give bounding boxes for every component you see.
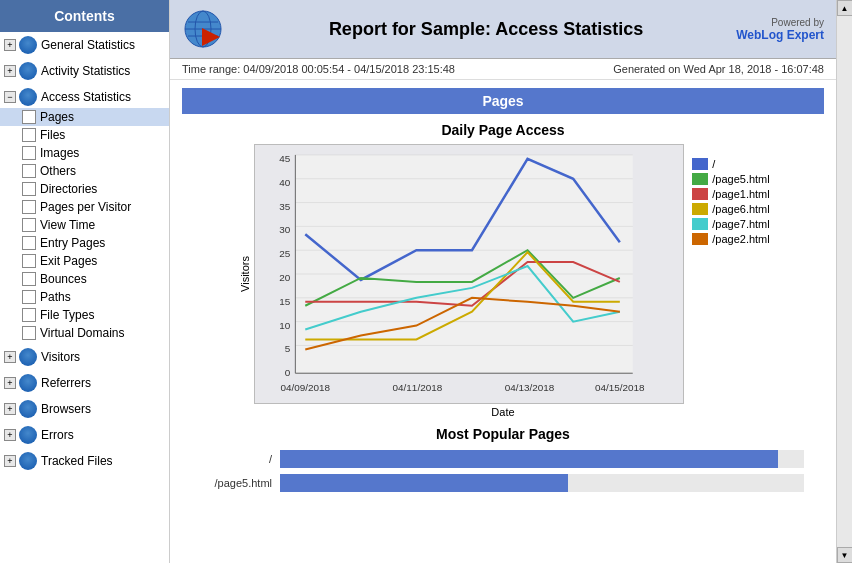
bar-fill-page5 (280, 474, 568, 492)
globe-icon-access (19, 88, 37, 106)
time-range: Time range: 04/09/2018 00:05:54 - 04/15/… (182, 63, 455, 75)
scroll-down-button[interactable]: ▼ (837, 547, 853, 563)
bar-chart-container: / /page5.html (182, 450, 824, 492)
sidebar-item-activity-statistics[interactable]: + Activity Statistics (0, 60, 169, 82)
page-icon-images (22, 146, 36, 160)
sidebar-item-others[interactable]: Others (0, 162, 169, 180)
sidebar-item-pages-per-visitor[interactable]: Pages per Visitor (0, 198, 169, 216)
svg-text:25: 25 (280, 248, 292, 259)
legend-item-page6: /page6.html (692, 203, 769, 215)
sidebar-group-errors: + Errors (0, 422, 169, 448)
sidebar-group-general: + General Statistics (0, 32, 169, 58)
sidebar-item-images[interactable]: Images (0, 144, 169, 162)
sidebar-item-view-time[interactable]: View Time (0, 216, 169, 234)
svg-text:40: 40 (280, 177, 292, 188)
main-content: Report for Sample: Access Statistics Pow… (170, 0, 836, 563)
expand-icon-tracked-files[interactable]: + (4, 455, 16, 467)
sidebar-item-access-statistics[interactable]: − Access Statistics (0, 86, 169, 108)
bar-row-root: / (202, 450, 804, 468)
expand-icon-activity[interactable]: + (4, 65, 16, 77)
sidebar-group-access: − Access Statistics Pages Files Images O… (0, 84, 169, 344)
subheader: Time range: 04/09/2018 00:05:54 - 04/15/… (170, 59, 836, 80)
sidebar-item-general-statistics[interactable]: + General Statistics (0, 34, 169, 56)
line-chart-section: Daily Page Access Visitors (170, 118, 836, 422)
sidebar-group-activity: + Activity Statistics (0, 58, 169, 84)
legend-color-page5 (692, 173, 708, 185)
legend-color-root (692, 158, 708, 170)
sidebar-item-errors[interactable]: + Errors (0, 424, 169, 446)
sidebar-item-browsers[interactable]: + Browsers (0, 398, 169, 420)
legend-item-page5: /page5.html (692, 173, 769, 185)
legend-item-page2: /page2.html (692, 233, 769, 245)
sidebar-item-file-types[interactable]: File Types (0, 306, 169, 324)
chart-body: Visitors (236, 144, 769, 404)
svg-text:04/15/2018: 04/15/2018 (595, 382, 645, 393)
chart-legend: / /page5.html /page1.html (692, 144, 769, 404)
bar-label-page5: /page5.html (202, 477, 272, 489)
expand-icon-visitors[interactable]: + (4, 351, 16, 363)
expand-icon-access[interactable]: − (4, 91, 16, 103)
svg-text:04/09/2018: 04/09/2018 (281, 382, 331, 393)
globe-icon-visitors (19, 348, 37, 366)
header: Report for Sample: Access Statistics Pow… (170, 0, 836, 59)
logo-arrow-icon (200, 26, 222, 48)
sidebar-item-tracked-files[interactable]: + Tracked Files (0, 450, 169, 472)
expand-icon-errors[interactable]: + (4, 429, 16, 441)
expand-icon-browsers[interactable]: + (4, 403, 16, 415)
legend-color-page2 (692, 233, 708, 245)
line-chart-container: Visitors (182, 144, 824, 418)
svg-text:35: 35 (280, 201, 292, 212)
bar-fill-root (280, 450, 778, 468)
sidebar-group-referrers: + Referrers (0, 370, 169, 396)
scroll-up-button[interactable]: ▲ (837, 0, 853, 16)
globe-icon-activity (19, 62, 37, 80)
page-icon-directories (22, 182, 36, 196)
legend-item-page1: /page1.html (692, 188, 769, 200)
globe-icon-referrers (19, 374, 37, 392)
sidebar-header: Contents (0, 0, 169, 32)
line-chart-title: Daily Page Access (182, 122, 824, 138)
sidebar-item-referrers[interactable]: + Referrers (0, 372, 169, 394)
svg-text:04/11/2018: 04/11/2018 (393, 382, 443, 393)
line-chart-svg: 0 5 10 15 20 25 30 35 40 45 04/09/2018 (254, 144, 684, 404)
sidebar-group-browsers: + Browsers (0, 396, 169, 422)
y-axis-label: Visitors (236, 144, 254, 404)
sidebar-item-bounces[interactable]: Bounces (0, 270, 169, 288)
svg-text:15: 15 (280, 296, 292, 307)
expand-icon-referrers[interactable]: + (4, 377, 16, 389)
legend-item-page7: /page7.html (692, 218, 769, 230)
scroll-track[interactable] (837, 16, 852, 547)
svg-text:0: 0 (285, 367, 291, 378)
sidebar-item-directories[interactable]: Directories (0, 180, 169, 198)
bar-chart-section: Most Popular Pages / /page5.html (170, 422, 836, 502)
globe-icon-general (19, 36, 37, 54)
content-area: Pages Daily Page Access Visitors (170, 80, 836, 563)
sidebar-item-visitors[interactable]: + Visitors (0, 346, 169, 368)
page-icon-bounces (22, 272, 36, 286)
page-icon-exit-pages (22, 254, 36, 268)
page-icon-files (22, 128, 36, 142)
page-icon-paths (22, 290, 36, 304)
sidebar-item-entry-pages[interactable]: Entry Pages (0, 234, 169, 252)
legend-item-root: / (692, 158, 769, 170)
powered-link[interactable]: WebLog Expert (736, 28, 824, 42)
svg-text:5: 5 (285, 343, 291, 354)
expand-icon-general[interactable]: + (4, 39, 16, 51)
legend-color-page7 (692, 218, 708, 230)
sidebar-item-exit-pages[interactable]: Exit Pages (0, 252, 169, 270)
sidebar-item-paths[interactable]: Paths (0, 288, 169, 306)
svg-text:45: 45 (280, 153, 292, 164)
bar-row-page5: /page5.html (202, 474, 804, 492)
page-icon-others (22, 164, 36, 178)
globe-icon-browsers (19, 400, 37, 418)
bar-track-root (280, 450, 804, 468)
page-icon-file-types (22, 308, 36, 322)
sidebar-item-files[interactable]: Files (0, 126, 169, 144)
page-icon-view-time (22, 218, 36, 232)
sidebar-item-pages[interactable]: Pages (0, 108, 169, 126)
svg-text:10: 10 (280, 320, 292, 331)
globe-icon-errors (19, 426, 37, 444)
bar-chart-title: Most Popular Pages (182, 426, 824, 442)
sidebar-item-virtual-domains[interactable]: Virtual Domains (0, 324, 169, 342)
bar-track-page5 (280, 474, 804, 492)
